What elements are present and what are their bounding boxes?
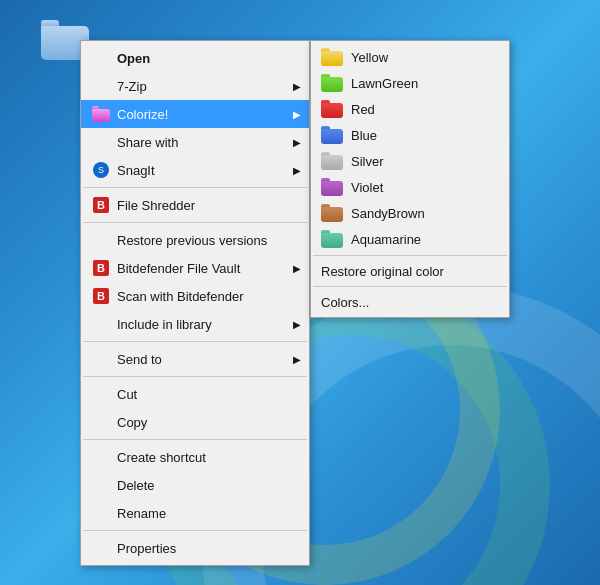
7zip-label: 7-Zip [117, 79, 279, 94]
menu-item-scan-bitdefender[interactable]: BScan with Bitdefender [81, 282, 309, 310]
submenu-item-red[interactable]: Red [311, 96, 509, 122]
red-folder-icon [321, 100, 343, 118]
lawngreen-label: LawnGreen [351, 76, 418, 91]
copy-icon [91, 412, 111, 432]
context-menu: Open7-Zip▶Colorize!▶Share with▶SSnagIt▶B… [80, 40, 310, 566]
7zip-arrow: ▶ [293, 81, 301, 92]
bitdefender-vault-label: Bitdefender File Vault [117, 261, 279, 276]
menu-item-snagit[interactable]: SSnagIt▶ [81, 156, 309, 184]
silver-folder-icon [321, 152, 343, 170]
cut-icon [91, 384, 111, 404]
include-library-icon [91, 314, 111, 334]
menu-item-rename[interactable]: Rename [81, 499, 309, 527]
blue-label: Blue [351, 128, 377, 143]
menu-item-7zip[interactable]: 7-Zip▶ [81, 72, 309, 100]
yellow-label: Yellow [351, 50, 388, 65]
properties-label: Properties [117, 541, 279, 556]
menu-separator [83, 376, 307, 377]
menu-item-send-to[interactable]: Send to▶ [81, 345, 309, 373]
open-icon [91, 48, 111, 68]
red-label: Red [351, 102, 375, 117]
aquamarine-label: Aquamarine [351, 232, 421, 247]
rename-label: Rename [117, 506, 279, 521]
menu-separator [83, 222, 307, 223]
submenu-item-violet[interactable]: Violet [311, 174, 509, 200]
scan-bitdefender-label: Scan with Bitdefender [117, 289, 279, 304]
menu-separator [83, 341, 307, 342]
copy-label: Copy [117, 415, 279, 430]
share-with-icon [91, 132, 111, 152]
submenu-item-silver[interactable]: Silver [311, 148, 509, 174]
colorize-label: Colorize! [117, 107, 279, 122]
snagit-label: SnagIt [117, 163, 279, 178]
create-shortcut-icon [91, 447, 111, 467]
submenu-item-restore-original[interactable]: Restore original color [311, 259, 509, 283]
properties-icon [91, 538, 111, 558]
delete-label: Delete [117, 478, 279, 493]
send-to-arrow: ▶ [293, 354, 301, 365]
lawngreen-folder-icon [321, 74, 343, 92]
menu-item-properties[interactable]: Properties [81, 534, 309, 562]
menu-item-bitdefender-vault[interactable]: BBitdefender File Vault▶ [81, 254, 309, 282]
delete-icon [91, 475, 111, 495]
menu-item-create-shortcut[interactable]: Create shortcut [81, 443, 309, 471]
bitdefender-vault-arrow: ▶ [293, 263, 301, 274]
restore-original-label: Restore original color [321, 264, 444, 279]
open-label: Open [117, 51, 279, 66]
create-shortcut-label: Create shortcut [117, 450, 279, 465]
silver-label: Silver [351, 154, 384, 169]
submenu-separator [313, 286, 507, 287]
colorize-icon [91, 104, 111, 124]
submenu-item-sandybrown[interactable]: SandyBrown [311, 200, 509, 226]
menu-item-restore-prev[interactable]: Restore previous versions [81, 226, 309, 254]
menu-item-cut[interactable]: Cut [81, 380, 309, 408]
aquamarine-folder-icon [321, 230, 343, 248]
7zip-icon [91, 76, 111, 96]
submenu-item-aquamarine[interactable]: Aquamarine [311, 226, 509, 252]
menu-item-copy[interactable]: Copy [81, 408, 309, 436]
yellow-folder-icon [321, 48, 343, 66]
share-with-label: Share with [117, 135, 279, 150]
violet-label: Violet [351, 180, 383, 195]
colorize-submenu: Yellow LawnGreen Red Blue Silver Violet … [310, 40, 510, 318]
sandybrown-label: SandyBrown [351, 206, 425, 221]
bitdefender-vault-icon: B [91, 258, 111, 278]
rename-icon [91, 503, 111, 523]
submenu-item-yellow[interactable]: Yellow [311, 44, 509, 70]
menu-item-colorize[interactable]: Colorize!▶ [81, 100, 309, 128]
menu-item-include-library[interactable]: Include in library▶ [81, 310, 309, 338]
menu-separator [83, 187, 307, 188]
menu-separator [83, 530, 307, 531]
blue-folder-icon [321, 126, 343, 144]
menu-item-file-shredder[interactable]: BFile Shredder [81, 191, 309, 219]
desktop: Open7-Zip▶Colorize!▶Share with▶SSnagIt▶B… [0, 0, 600, 585]
restore-prev-icon [91, 230, 111, 250]
colorize-arrow: ▶ [293, 109, 301, 120]
snagit-arrow: ▶ [293, 165, 301, 176]
snagit-icon: S [91, 160, 111, 180]
menu-item-delete[interactable]: Delete [81, 471, 309, 499]
restore-prev-label: Restore previous versions [117, 233, 279, 248]
send-to-label: Send to [117, 352, 279, 367]
sandybrown-folder-icon [321, 204, 343, 222]
menu-item-open[interactable]: Open [81, 44, 309, 72]
submenu-item-colors[interactable]: Colors... [311, 290, 509, 314]
menu-item-share-with[interactable]: Share with▶ [81, 128, 309, 156]
send-to-icon [91, 349, 111, 369]
file-shredder-label: File Shredder [117, 198, 279, 213]
submenu-item-blue[interactable]: Blue [311, 122, 509, 148]
include-library-arrow: ▶ [293, 319, 301, 330]
colors-label: Colors... [321, 295, 369, 310]
include-library-label: Include in library [117, 317, 279, 332]
cut-label: Cut [117, 387, 279, 402]
violet-folder-icon [321, 178, 343, 196]
menu-separator [83, 439, 307, 440]
submenu-separator [313, 255, 507, 256]
scan-bitdefender-icon: B [91, 286, 111, 306]
share-with-arrow: ▶ [293, 137, 301, 148]
submenu-item-lawngreen[interactable]: LawnGreen [311, 70, 509, 96]
file-shredder-icon: B [91, 195, 111, 215]
